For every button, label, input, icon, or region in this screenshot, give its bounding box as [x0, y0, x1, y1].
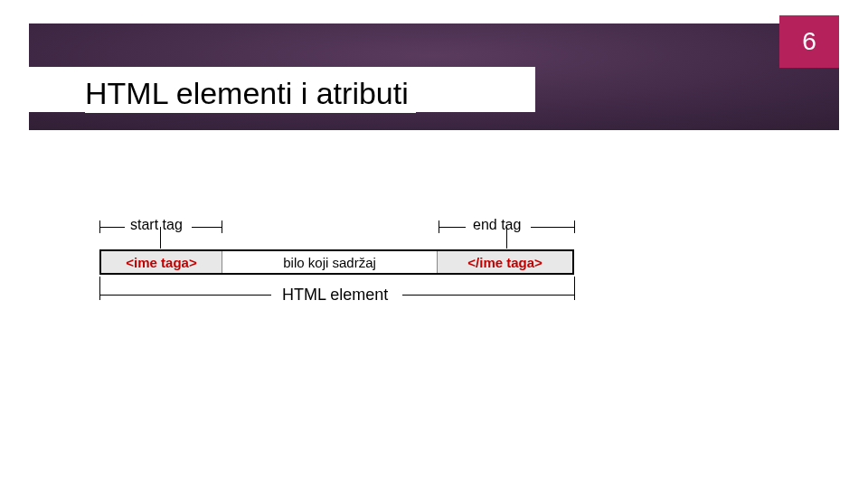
page-number: 6 — [802, 27, 816, 56]
cell-end-tag: </ime taga> — [438, 251, 572, 273]
end-tag-label: end tag — [469, 217, 524, 233]
bracket-line-icon — [531, 227, 574, 228]
bracket-line-icon — [192, 227, 222, 228]
bracket-tick-icon — [574, 289, 575, 300]
html-element-diagram: start tag end tag <ime taga> bilo koji s… — [99, 208, 606, 334]
slide-title: HTML elementi i atributi — [85, 74, 416, 113]
bracket-end-tag: end tag — [439, 208, 574, 248]
cell-content: bilo koji sadržaj — [222, 251, 438, 273]
slide: 6 HTML elementi i atributi start tag end… — [0, 0, 868, 488]
bracket-connector-icon — [506, 227, 507, 249]
bracket-line-icon — [99, 295, 271, 296]
start-tag-label: start tag — [127, 217, 186, 233]
bracket-line-icon — [439, 227, 466, 228]
bracket-connector-icon — [160, 227, 161, 249]
element-bar: <ime taga> bilo koji sadržaj </ime taga> — [99, 249, 574, 275]
html-element-label: HTML element — [277, 286, 393, 305]
bracket-html-element: HTML element — [99, 277, 574, 322]
bracket-line-icon — [99, 227, 125, 228]
page-number-badge: 6 — [779, 15, 839, 68]
bracket-line-icon — [402, 295, 574, 296]
bracket-tick-icon — [222, 221, 222, 233]
cell-start-tag: <ime taga> — [101, 251, 222, 273]
bracket-start-tag: start tag — [99, 208, 222, 248]
bracket-tick-icon — [574, 221, 575, 233]
